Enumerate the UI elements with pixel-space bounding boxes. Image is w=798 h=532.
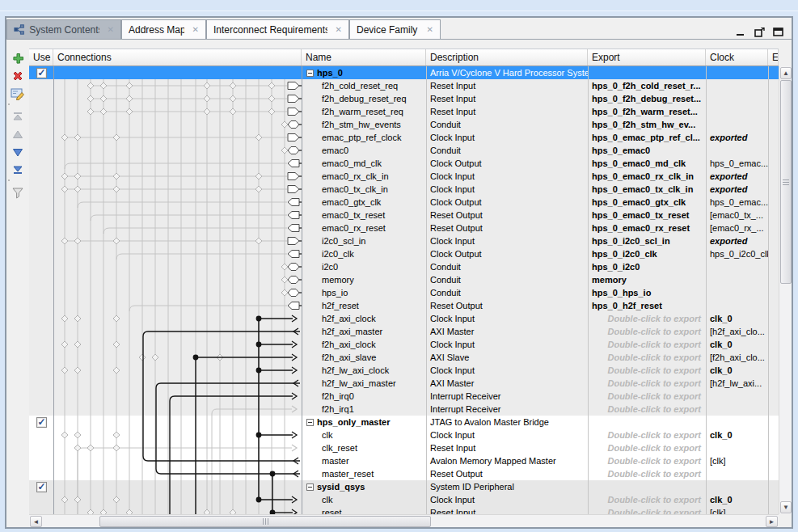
table-row[interactable]: f2h_axi_clockClock InputDouble-click to … (29, 338, 779, 351)
table-row[interactable]: h2f_lw_axi_masterAXI MasterDouble-click … (29, 377, 779, 390)
export-cell[interactable]: hps_0_f2h_cold_reset_r... (588, 79, 706, 92)
connections-cell[interactable] (53, 429, 302, 441)
connections-cell[interactable] (53, 403, 302, 416)
export-cell[interactable]: hps_0_f2h_warm_reset... (588, 105, 706, 118)
clock-cell[interactable]: [emac0_tx_... (706, 209, 768, 222)
tab-close-icon[interactable]: ✕ (427, 25, 433, 34)
export-cell[interactable]: Double-click to export (588, 467, 706, 480)
clock-cell[interactable]: [f2h_axi_clo... (706, 351, 768, 364)
export-cell[interactable]: Double-click to export (588, 351, 706, 364)
connections-cell[interactable] (53, 234, 302, 247)
export-cell[interactable]: hps_0_i2c0_clk (588, 247, 706, 260)
export-cell[interactable]: hps_0_emac0_rx_clk_in (588, 170, 706, 183)
clock-cell[interactable]: [clk] (706, 506, 768, 514)
table-row[interactable]: f2h_warm_reset_reqReset Inputhps_0_f2h_w… (29, 105, 779, 118)
edit-button[interactable] (10, 86, 26, 102)
horizontal-scrollbar[interactable]: ◄► (29, 514, 779, 527)
table-row[interactable]: i2c0_clkClock Outputhps_0_i2c0_clkhps_0_… (29, 247, 779, 260)
scroll-down-button[interactable]: ▼ (780, 501, 792, 513)
export-cell[interactable]: Double-click to export (588, 403, 706, 416)
clock-cell[interactable]: hps_0_emac... (706, 157, 768, 170)
export-cell[interactable]: Double-click to export (588, 390, 706, 403)
clock-cell[interactable]: exported (706, 131, 768, 144)
clock-cell[interactable]: clk_0 (706, 338, 768, 351)
clock-cell[interactable] (706, 92, 768, 105)
clock-cell[interactable]: hps_0_emac... (706, 196, 768, 209)
table-row[interactable]: i2c0_scl_inClock Inputhps_0_i2c0_scl_ine… (29, 234, 779, 247)
connections-cell[interactable] (53, 351, 302, 364)
table-row[interactable]: f2h_debug_reset_reqReset Inputhps_0_f2h_… (29, 92, 779, 105)
table-row[interactable]: emac0_tx_resetReset Outputhps_0_emac0_tx… (29, 209, 779, 222)
export-cell[interactable]: memory (588, 273, 706, 286)
column-header-name[interactable]: Name (302, 49, 426, 65)
clock-cell[interactable] (706, 416, 768, 429)
clock-cell[interactable] (706, 403, 768, 416)
table-row[interactable]: masterAvalon Memory Mapped MasterDouble-… (29, 454, 779, 467)
table-row[interactable]: clkClock InputDouble-click to exportclk_… (29, 429, 779, 441)
export-cell[interactable]: hps_0_emac0_tx_clk_in (588, 183, 706, 196)
clock-cell[interactable]: hps_0_i2c0_clk (706, 247, 768, 260)
tab-close-icon[interactable]: ✕ (192, 25, 199, 34)
clock-cell[interactable] (706, 273, 768, 286)
connections-cell[interactable] (53, 338, 302, 351)
clock-cell[interactable] (706, 286, 768, 299)
connections-cell[interactable] (53, 454, 302, 467)
export-cell[interactable]: Double-click to export (588, 312, 706, 325)
table-row[interactable]: f2h_axi_slaveAXI SlaveDouble-click to ex… (29, 351, 779, 364)
connections-cell[interactable] (53, 325, 302, 338)
export-cell[interactable]: hps_0_emac0 (588, 144, 706, 157)
connections-cell[interactable] (53, 286, 302, 299)
connections-cell[interactable] (53, 105, 302, 118)
table-row[interactable]: memoryConduitmemory (29, 273, 779, 286)
export-cell[interactable]: hps_0_i2c0 (588, 260, 706, 273)
connections-cell[interactable] (53, 364, 302, 377)
clock-cell[interactable]: clk_0 (706, 493, 768, 506)
export-cell[interactable]: hps_0_h2f_reset (588, 299, 706, 312)
clock-cell[interactable] (706, 390, 768, 403)
clock-cell[interactable]: [emac0_rx_... (706, 222, 768, 234)
column-header-use[interactable]: Use (29, 49, 53, 65)
vertical-scrollbar[interactable]: ▲▼ (779, 66, 792, 514)
export-cell[interactable]: hps_0_emac0_rx_reset (588, 222, 706, 234)
hscroll-thumb[interactable] (99, 516, 431, 527)
connections-cell[interactable] (53, 260, 302, 273)
vscroll-thumb[interactable] (780, 80, 792, 284)
table-row[interactable]: emac0Conduithps_0_emac0 (29, 144, 779, 157)
connections-cell[interactable] (53, 92, 302, 105)
clock-cell[interactable]: [clk] (706, 454, 768, 467)
clock-cell[interactable] (706, 144, 768, 157)
tab-close-icon[interactable]: ✕ (336, 25, 342, 34)
connections-cell[interactable] (53, 247, 302, 260)
connections-cell[interactable] (53, 480, 302, 493)
column-header-e[interactable]: E (768, 49, 779, 65)
export-cell[interactable]: hps_0_emac0_tx_reset (588, 209, 706, 222)
export-cell[interactable] (588, 480, 706, 493)
clock-cell[interactable]: [h2f_lw_axi... (706, 377, 768, 390)
table-row[interactable]: h2f_resetReset Outputhps_0_h2f_reset (29, 299, 779, 312)
clock-cell[interactable]: exported (706, 183, 768, 196)
clock-cell[interactable] (706, 118, 768, 131)
table-row[interactable]: emac0_md_clkClock Outputhps_0_emac0_md_c… (29, 157, 779, 170)
connections-cell[interactable] (53, 506, 302, 514)
export-cell[interactable]: Double-click to export (588, 364, 706, 377)
table-row[interactable]: hps_ioConduithps_0_hps_io (29, 286, 779, 299)
clock-cell[interactable]: clk_0 (706, 312, 768, 325)
column-header-description[interactable]: Description (426, 49, 588, 65)
add-button[interactable] (10, 50, 26, 66)
filter-button[interactable] (10, 184, 26, 201)
export-cell[interactable]: Double-click to export (588, 441, 706, 454)
clock-cell[interactable]: clk_0 (706, 429, 768, 441)
clock-cell[interactable]: exported (706, 170, 768, 183)
connections-cell[interactable] (53, 66, 302, 79)
column-header-connections[interactable]: Connections (53, 49, 302, 65)
collapse-icon[interactable] (306, 483, 314, 491)
clock-cell[interactable] (706, 260, 768, 273)
clock-cell[interactable] (706, 105, 768, 118)
clock-cell[interactable] (706, 480, 768, 493)
table-row[interactable]: sysid_qsysSystem ID Peripheral (29, 480, 779, 493)
connections-cell[interactable] (53, 377, 302, 390)
tab-close-icon[interactable]: ✕ (108, 25, 114, 34)
connections-cell[interactable] (53, 170, 302, 183)
connections-cell[interactable] (53, 416, 302, 429)
remove-button[interactable] (10, 68, 26, 84)
